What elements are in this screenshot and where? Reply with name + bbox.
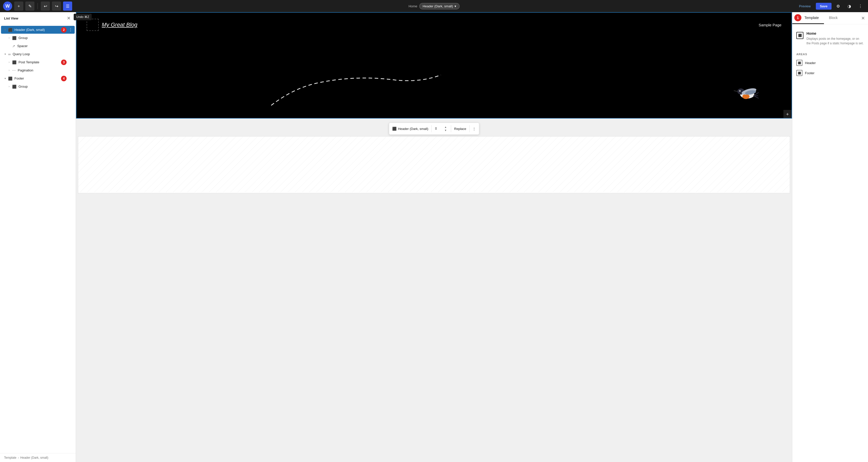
undo-button[interactable]: ↩ Undo ⌘Z — [41, 2, 50, 11]
tree-item-post-template[interactable]: ⬛ Post Template 3 ⋮ — [1, 58, 75, 66]
bird-image — [733, 82, 761, 105]
bird-svg — [733, 82, 761, 104]
home-template-icon: ⬛ — [796, 32, 803, 39]
sidebar-close-button[interactable]: ✕ — [66, 15, 72, 21]
footer-chevron-icon — [3, 77, 7, 80]
header-block[interactable]: My Great Blog Sample Page — [76, 12, 792, 119]
spacer-item-label: Spacer — [17, 44, 68, 48]
main-layout: List View ✕ ⬛ Header (Dark, small) 2 ⋮ ⬛… — [0, 12, 868, 462]
add-block-corner-button[interactable]: ＋ — [783, 110, 792, 118]
canvas-area[interactable]: My Great Blog Sample Page — [76, 12, 792, 462]
move-up-button[interactable]: ▲ — [443, 125, 448, 129]
right-sidebar-content: ⬛ Home Displays posts on the homepage, o… — [792, 24, 868, 82]
header-chevron-icon — [3, 28, 7, 31]
spacer-block-icon: ↗ — [12, 44, 15, 48]
template-home-item: ⬛ Home Displays posts on the homepage, o… — [796, 28, 864, 49]
group2-block-icon: ⬛ — [12, 85, 17, 89]
block-type-icon: ⬛ — [392, 127, 397, 131]
tree-item-header[interactable]: ⬛ Header (Dark, small) 2 ⋮ — [1, 26, 75, 34]
breadcrumb-template-label: Template — [4, 456, 17, 459]
move-down-button[interactable]: ▼ — [443, 129, 448, 132]
right-sidebar-header: 1 Template Block ✕ — [792, 12, 868, 24]
header-block-icon: ⬛ — [8, 28, 12, 32]
toolbar-divider-1 — [37, 3, 38, 9]
header-more-icon[interactable]: ⋮ — [69, 27, 73, 32]
redo-button[interactable]: ↪ — [52, 2, 61, 11]
pagination-block-icon: ⋯ — [12, 68, 16, 72]
svg-point-7 — [740, 91, 740, 91]
block-drag-dots[interactable]: ⠿ — [432, 125, 440, 132]
tools-button[interactable]: ✎ — [25, 2, 34, 11]
left-sidebar: List View ✕ ⬛ Header (Dark, small) 2 ⋮ ⬛… — [0, 12, 76, 462]
block-move-arrows[interactable]: ▲ ▼ — [440, 124, 451, 133]
pagination-chevron-icon — [7, 69, 11, 72]
post-template-block-icon: ⬛ — [12, 60, 17, 64]
post-template-chevron-icon — [7, 61, 11, 64]
area-item-header[interactable]: ⬛ Header — [796, 58, 864, 68]
tree-item-pagination[interactable]: ⋯ Pagination ⋮ — [1, 66, 75, 74]
post-template-badge: 3 — [61, 60, 67, 65]
toolbar-center: Home Header (Dark, small) ▾ — [74, 3, 794, 9]
footer-area-icon: ⬛ — [796, 70, 802, 76]
add-block-button[interactable]: ＋ — [14, 2, 23, 11]
tree-item-group-1[interactable]: ⬛ Group ⋮ — [1, 34, 75, 42]
header-area-icon: ⬛ — [796, 60, 802, 66]
sidebar-title: List View — [4, 17, 18, 20]
breadcrumb-pill[interactable]: Header (Dark, small) ▾ — [419, 3, 460, 9]
header-badge: 2 — [61, 27, 67, 33]
group2-item-label: Group — [19, 85, 68, 88]
areas-label: AREAS — [796, 53, 864, 56]
breadcrumb-separator-icon: › — [18, 456, 19, 459]
svg-rect-9 — [78, 136, 790, 192]
home-template-text: Home Displays posts on the homepage, or … — [806, 31, 864, 45]
block-drag-handle[interactable]: ⬛ Header (Dark, small) — [389, 125, 431, 132]
area-item-footer[interactable]: ⬛ Footer — [796, 68, 864, 78]
tree-item-spacer[interactable]: ↗ Spacer ⋮ — [1, 42, 75, 50]
query-loop-canvas-area[interactable] — [78, 136, 790, 193]
group2-chevron-icon — [7, 85, 11, 88]
footer-area-label: Footer — [805, 71, 814, 75]
tree-item-query-loop[interactable]: ∞ Query Loop ⋮ — [1, 50, 75, 58]
tab-block[interactable]: Block — [824, 12, 843, 24]
wp-logo-icon: W — [6, 4, 10, 9]
undo-tooltip: Undo ⌘Z — [74, 14, 92, 20]
query-loop-item-label: Query Loop — [13, 52, 68, 56]
footer-item-label: Footer — [14, 76, 68, 80]
post-template-item-label: Post Template — [19, 60, 68, 64]
sidebar-breadcrumb: Template › Header (Dark, small) — [0, 453, 76, 462]
block-label: Header (Dark, small) — [398, 127, 428, 131]
header-item-label: Header (Dark, small) — [14, 28, 68, 32]
drag-dots-icon: ⠿ — [435, 127, 437, 131]
replace-label: Replace — [454, 127, 466, 131]
svg-line-3 — [734, 91, 737, 91]
tree-item-footer[interactable]: ⬛ Footer 4 ⋮ — [1, 74, 75, 82]
replace-button[interactable]: Replace — [451, 125, 469, 132]
save-button[interactable]: Save — [816, 3, 832, 10]
breadcrumb-current: Header (Dark, small) — [423, 4, 453, 8]
tree-item-group-2[interactable]: ⬛ Group ⋮ — [1, 83, 75, 90]
floating-toolbar: ⬛ Header (Dark, small) ⠿ ▲ ▼ Replace ⋮ — [389, 123, 479, 135]
more-options-button[interactable]: ⋮ — [856, 2, 865, 11]
move-arrows-container: ▲ ▼ — [443, 125, 448, 132]
block-more-options[interactable]: ⋮ — [469, 125, 479, 132]
top-toolbar: W ＋ ✎ ↩ Undo ⌘Z ↪ ☰ Home Header (Dark, s… — [0, 0, 868, 12]
header-area-label: Header — [805, 61, 816, 65]
header-nav: My Great Blog Sample Page — [76, 13, 792, 37]
pagination-item-label: Pagination — [18, 68, 68, 72]
wp-logo-button[interactable]: W — [3, 2, 12, 11]
settings-button[interactable]: ⚙ — [834, 2, 843, 11]
nav-links: Sample Page — [758, 23, 781, 27]
group1-item-label: Group — [19, 36, 68, 40]
more-options-icon: ⋮ — [472, 127, 476, 131]
query-loop-chevron-icon — [3, 53, 7, 56]
empty-area-pattern — [78, 136, 790, 192]
preview-button[interactable]: Preview — [796, 3, 813, 10]
sidebar-header: List View ✕ — [0, 12, 76, 25]
theme-button[interactable]: ◑ — [845, 2, 854, 11]
right-sidebar-close-button[interactable]: ✕ — [861, 16, 865, 21]
list-view-button[interactable]: ☰ — [63, 2, 72, 11]
toolbar-right: Preview Save ⚙ ◑ ⋮ — [796, 2, 865, 11]
breadcrumb-home: Home — [408, 4, 417, 8]
group1-block-icon: ⬛ — [12, 36, 17, 40]
footer-badge: 4 — [61, 76, 67, 81]
